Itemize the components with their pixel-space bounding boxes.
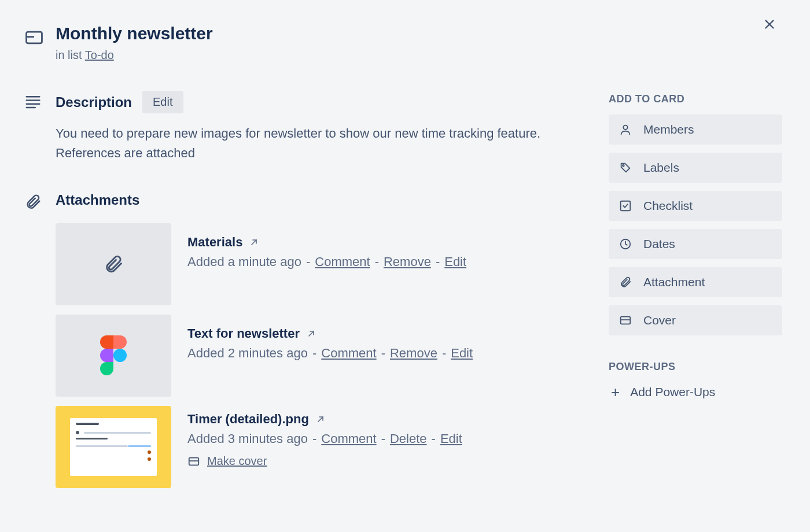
powerups-heading: POWER-UPS	[609, 361, 782, 373]
attachment-added-time: Added 2 minutes ago	[187, 346, 308, 360]
labels-button[interactable]: Labels	[609, 153, 782, 183]
attachment-item: Materials Added a minute ago-Comment-Rem…	[56, 223, 586, 305]
attachment-item: Text for newsletter Added 2 minutes ago-…	[56, 315, 586, 397]
attachment-name-link[interactable]: Text for newsletter	[187, 326, 316, 341]
checklist-label: Checklist	[643, 199, 693, 213]
plus-icon: +	[611, 385, 620, 400]
add-powerups-button[interactable]: + Add Power-Ups	[609, 382, 782, 400]
close-icon	[763, 18, 776, 31]
attachment-remove-link[interactable]: Remove	[390, 346, 437, 360]
svg-rect-15	[621, 201, 631, 211]
add-powerups-label: Add Power-Ups	[630, 385, 715, 399]
labels-icon	[619, 161, 635, 174]
attachment-added-time: Added 3 minutes ago	[187, 431, 308, 446]
make-cover-label: Make cover	[207, 455, 267, 468]
dates-button[interactable]: Dates	[609, 229, 782, 259]
attachment-button[interactable]: Attachment	[609, 267, 782, 297]
attachment-name-link[interactable]: Timer (detailed).png	[187, 412, 325, 427]
description-heading: Description	[56, 94, 132, 110]
close-button[interactable]	[758, 13, 781, 36]
attachment-thumbnail[interactable]	[56, 315, 171, 397]
external-link-icon	[307, 329, 316, 338]
attachment-item: Timer (detailed).png Added 3 minutes ago…	[56, 406, 586, 488]
cover-icon	[619, 314, 635, 327]
attachment-added-time: Added a minute ago	[187, 254, 301, 269]
card-title[interactable]: Monthly newsletter	[56, 23, 782, 44]
attachment-name-label: Materials	[187, 235, 242, 250]
card-icon	[24, 28, 44, 47]
cover-label: Cover	[643, 313, 676, 327]
members-icon	[619, 123, 635, 136]
attachment-generic-icon	[103, 254, 124, 275]
attachment-thumbnail[interactable]	[56, 406, 171, 488]
attachment-edit-link[interactable]: Edit	[444, 254, 466, 269]
make-cover-button[interactable]: Make cover	[187, 455, 267, 468]
members-button[interactable]: Members	[609, 114, 782, 145]
attachments-icon	[24, 193, 42, 210]
dates-icon	[619, 238, 635, 250]
edit-description-button[interactable]: Edit	[142, 91, 183, 113]
attachment-name-label: Text for newsletter	[187, 326, 300, 341]
list-link[interactable]: To-do	[85, 49, 114, 61]
attachment-comment-link[interactable]: Comment	[321, 431, 376, 446]
svg-point-14	[623, 165, 624, 167]
attachment-comment-link[interactable]: Comment	[321, 346, 376, 360]
svg-line-8	[252, 240, 256, 245]
attachment-comment-link[interactable]: Comment	[315, 254, 370, 269]
attachment-thumbnail[interactable]	[56, 223, 171, 305]
add-to-card-heading: ADD TO CARD	[609, 93, 782, 105]
description-text[interactable]: You need to prepare new images for newsl…	[56, 124, 565, 163]
attachment-icon	[619, 276, 635, 289]
cover-icon	[187, 455, 200, 468]
external-link-icon	[316, 415, 325, 424]
attachment-label: Attachment	[643, 275, 705, 289]
svg-line-9	[309, 331, 314, 336]
checklist-icon	[619, 200, 635, 212]
attachment-name-label: Timer (detailed).png	[187, 412, 309, 427]
labels-label: Labels	[643, 161, 679, 175]
dates-label: Dates	[643, 237, 675, 251]
svg-point-13	[623, 125, 627, 130]
external-link-icon	[249, 238, 259, 247]
figma-icon	[100, 335, 127, 376]
attachment-edit-link[interactable]: Edit	[451, 346, 473, 360]
checklist-button[interactable]: Checklist	[609, 191, 782, 221]
attachments-heading: Attachments	[56, 192, 139, 208]
cover-button[interactable]: Cover	[609, 305, 782, 335]
image-preview	[56, 406, 171, 488]
members-label: Members	[643, 123, 694, 136]
subtitle-prefix: in list	[56, 49, 85, 61]
svg-line-10	[318, 417, 323, 422]
card-list-location: in list To-do	[56, 49, 782, 62]
attachment-delete-link[interactable]: Delete	[390, 431, 427, 446]
attachment-remove-link[interactable]: Remove	[384, 254, 431, 269]
attachment-name-link[interactable]: Materials	[187, 235, 259, 250]
description-icon	[24, 93, 42, 110]
attachment-edit-link[interactable]: Edit	[440, 431, 462, 446]
